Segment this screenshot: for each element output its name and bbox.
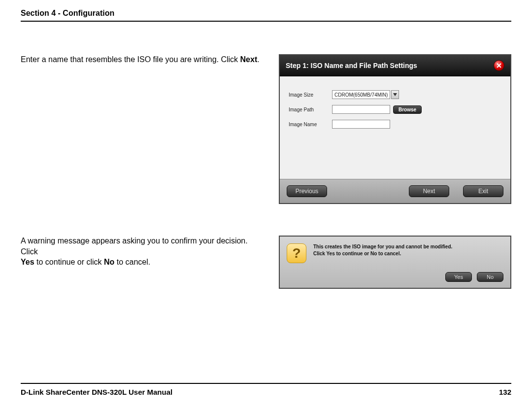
yes-button[interactable]: Yes xyxy=(445,272,472,282)
browse-button[interactable]: Browse xyxy=(393,105,422,114)
no-button[interactable]: No xyxy=(477,272,503,282)
chevron-down-icon xyxy=(393,93,397,96)
intro2-bold-yes: Yes xyxy=(21,258,34,266)
exit-button[interactable]: Exit xyxy=(463,185,503,197)
wizard-title-bar: Step 1: ISO Name and File Path Settings xyxy=(280,55,510,76)
intro2-mid: to continue or click xyxy=(34,258,104,266)
confirm-msg-line1: This creates the ISO image for you and c… xyxy=(313,244,452,249)
question-icon: ? xyxy=(287,243,306,263)
wizard-title: Step 1: ISO Name and File Path Settings xyxy=(286,62,417,69)
close-icon xyxy=(497,63,501,68)
image-size-label: Image Size xyxy=(289,92,332,98)
intro1-pre: Enter a name that resembles the ISO file… xyxy=(21,55,240,64)
confirm-message: This creates the ISO image for you and c… xyxy=(313,243,452,257)
image-size-select[interactable]: CDROM(650MB/74MIN) xyxy=(332,90,390,99)
image-name-label: Image Name xyxy=(289,122,332,127)
wizard-footer: Previous Next Exit xyxy=(280,179,510,203)
page-section-header: Section 4 - Configuration xyxy=(21,9,511,22)
image-path-input[interactable] xyxy=(332,105,390,114)
previous-button[interactable]: Previous xyxy=(287,185,327,197)
intro1-post: . xyxy=(257,55,259,64)
intro2-post: to cancel. xyxy=(114,258,150,266)
intro1-bold: Next xyxy=(240,55,258,64)
confirm-msg-line2: Click Yes to continue or No to cancel. xyxy=(313,251,401,256)
image-size-value: CDROM(650MB/74MIN) xyxy=(334,92,388,98)
image-path-label: Image Path xyxy=(289,107,332,112)
dropdown-arrow-icon[interactable] xyxy=(391,90,399,99)
page-number: 132 xyxy=(499,388,511,396)
confirm-dialog: ? This creates the ISO image for you and… xyxy=(279,236,511,289)
page-footer: D-Link ShareCenter DNS-320L User Manual … xyxy=(21,383,511,396)
intro2-line1-pre: A warning message appears asking you to … xyxy=(21,237,248,256)
instruction-paragraph-2: A warning message appears asking you to … xyxy=(21,236,265,289)
image-name-input[interactable] xyxy=(332,120,390,129)
next-button[interactable]: Next xyxy=(409,185,449,197)
wizard-window: Step 1: ISO Name and File Path Settings … xyxy=(279,54,511,204)
intro2-bold-no: No xyxy=(104,258,114,266)
manual-title: D-Link ShareCenter DNS-320L User Manual xyxy=(21,388,172,396)
instruction-paragraph-1: Enter a name that resembles the ISO file… xyxy=(21,54,265,204)
close-button[interactable] xyxy=(494,60,504,71)
wizard-body: Image Size CDROM(650MB/74MIN) Image Path… xyxy=(280,76,510,179)
